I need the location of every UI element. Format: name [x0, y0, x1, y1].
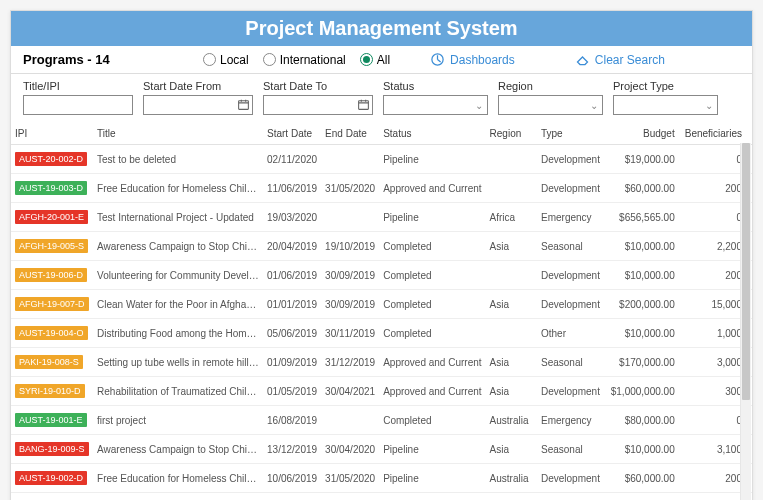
cell: [321, 406, 379, 435]
table-row[interactable]: BANG-19-009-SAwareness Campaign to Stop …: [11, 435, 752, 464]
cell: 19/03/2020: [263, 203, 321, 232]
column-header[interactable]: Title: [93, 123, 263, 145]
cell: Development: [537, 145, 607, 174]
cell: [321, 145, 379, 174]
cell: Approved and Current: [379, 493, 485, 501]
filter-row: Title/IPI Start Date From Start Date To …: [11, 74, 752, 123]
cell: Pipeline: [379, 435, 485, 464]
cell: 30/11/2019: [321, 319, 379, 348]
table-header-row: IPITitleStart DateEnd DateStatusRegionTy…: [11, 123, 752, 145]
ipi-badge: AFGH-20-001-E: [15, 210, 88, 224]
eraser-icon: [575, 52, 590, 67]
cell: $60,000.00: [607, 174, 681, 203]
cell: AFGH-19-007-D: [11, 290, 93, 319]
column-header[interactable]: IPI: [11, 123, 93, 145]
cell: Seasonal: [537, 232, 607, 261]
ipi-badge: AUST-19-006-D: [15, 268, 87, 282]
cell: Development: [537, 290, 607, 319]
ipi-badge: AUST-19-001-E: [15, 413, 87, 427]
cell: $656,565.00: [607, 203, 681, 232]
table-row[interactable]: AUST-19-004-ODistributing Food among the…: [11, 319, 752, 348]
cell: AUST-19-006-D: [11, 261, 93, 290]
dashboards-link[interactable]: Dashboards: [430, 52, 515, 67]
table-row[interactable]: AUST-19-002-DFree Education for Homeless…: [11, 464, 752, 493]
cell: $80,000.00: [607, 406, 681, 435]
svg-rect-1: [239, 101, 249, 110]
cell: Free Education for Homeless Children: [93, 174, 263, 203]
region-select[interactable]: ⌄: [498, 95, 603, 115]
table-row[interactable]: AFGH-20-001-ETest International Project …: [11, 203, 752, 232]
project-type-select[interactable]: ⌄: [613, 95, 718, 115]
table-row[interactable]: AUST-20-002-DTest to be deleted02/11/202…: [11, 145, 752, 174]
cell: Seasonal: [537, 435, 607, 464]
cell: 13/12/2019: [263, 435, 321, 464]
ipi-badge: AUST-19-004-O: [15, 326, 88, 340]
column-header[interactable]: Start Date: [263, 123, 321, 145]
ipi-badge: AUST-19-003-D: [15, 181, 87, 195]
cell: Rehabilitation of Traumatized Children o…: [93, 377, 263, 406]
cell: Setting up tube wells in remote hilly ar…: [93, 348, 263, 377]
column-header[interactable]: Beneficiaries: [681, 123, 752, 145]
cell: Asia: [486, 493, 537, 501]
cell: AUST-19-002-D: [11, 464, 93, 493]
cell: Asia: [486, 377, 537, 406]
radio-all[interactable]: All: [360, 53, 390, 67]
cell: AUST-20-002-D: [11, 145, 93, 174]
filter-title: Title/IPI: [23, 80, 133, 115]
cell: Approved and Current: [379, 377, 485, 406]
cell: 01/10/2018: [263, 493, 321, 501]
filter-status-label: Status: [383, 80, 488, 92]
cell: Pipeline: [379, 464, 485, 493]
cell: Approved and Current: [379, 348, 485, 377]
table-row[interactable]: AUST-19-006-DVolunteering for Community …: [11, 261, 752, 290]
scroll-thumb[interactable]: [742, 143, 750, 400]
column-header[interactable]: Status: [379, 123, 485, 145]
table-row[interactable]: PAKI-19-008-SSetting up tube wells in re…: [11, 348, 752, 377]
cell: 31/12/2019: [321, 348, 379, 377]
cell: Approved and Current: [379, 174, 485, 203]
radio-local-label: Local: [220, 53, 249, 67]
cell: 11/06/2019: [263, 174, 321, 203]
cell: 01/05/2019: [263, 377, 321, 406]
table-row[interactable]: AUST-19-001-Efirst project16/08/2019Comp…: [11, 406, 752, 435]
cell: [486, 174, 537, 203]
radio-local[interactable]: Local: [203, 53, 249, 67]
filter-project-type-label: Project Type: [613, 80, 718, 92]
cell: BANG-19-009-S: [11, 435, 93, 464]
cell: Development: [537, 493, 607, 501]
table-row[interactable]: AFGH-19-005-SAwareness Campaign to Stop …: [11, 232, 752, 261]
calendar-icon[interactable]: [357, 98, 370, 111]
column-header[interactable]: Type: [537, 123, 607, 145]
cell: $170,000.00: [607, 348, 681, 377]
status-select[interactable]: ⌄: [383, 95, 488, 115]
cell: 31/05/2020: [321, 174, 379, 203]
table-row[interactable]: AUST-19-003-DFree Education for Homeless…: [11, 174, 752, 203]
calendar-icon[interactable]: [237, 98, 250, 111]
table-row[interactable]: SYRI-19-010-DRehabilitation of Traumatiz…: [11, 377, 752, 406]
column-header[interactable]: Region: [486, 123, 537, 145]
column-header[interactable]: Budget: [607, 123, 681, 145]
cell: 30/04/2021: [321, 377, 379, 406]
radio-international[interactable]: International: [263, 53, 346, 67]
table-row[interactable]: BANG-18-001-DFree Education For Rohingya…: [11, 493, 752, 501]
cell: 10/06/2019: [263, 464, 321, 493]
cell: Australia: [486, 406, 537, 435]
cell: AUST-19-003-D: [11, 174, 93, 203]
cell: Development: [537, 464, 607, 493]
table-row[interactable]: AFGH-19-007-DClean Water for the Poor in…: [11, 290, 752, 319]
cell: 01/01/2019: [263, 290, 321, 319]
cell: 20/04/2019: [263, 232, 321, 261]
cell: Free Education for Homeless Children: [93, 464, 263, 493]
cell: 30/04/2020: [321, 435, 379, 464]
filter-start-from-label: Start Date From: [143, 80, 253, 92]
cell: Completed: [379, 406, 485, 435]
vertical-scrollbar[interactable]: ▾: [740, 143, 751, 500]
cell: Free Education For Rohingya Refugee Chi.…: [93, 493, 263, 501]
data-grid: IPITitleStart DateEnd DateStatusRegionTy…: [11, 123, 752, 500]
app-window: Project Management System Programs - 14 …: [10, 10, 753, 500]
title-input[interactable]: [23, 95, 133, 115]
column-header[interactable]: End Date: [321, 123, 379, 145]
clear-search-link[interactable]: Clear Search: [575, 52, 665, 67]
cell: $10,000.00: [607, 319, 681, 348]
cell: 02/11/2020: [263, 145, 321, 174]
